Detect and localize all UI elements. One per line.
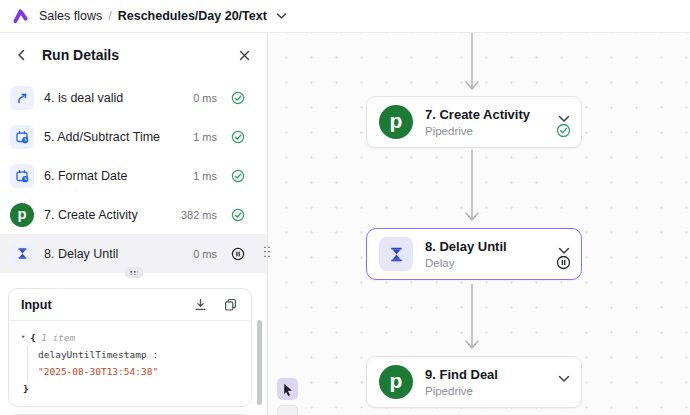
relay-logo-icon[interactable] bbox=[12, 8, 29, 25]
input-card: Input ▾ { 1 item delayUntilTimestamp : "… bbox=[8, 288, 252, 407]
input-card-header: Input bbox=[9, 289, 251, 320]
node-find-deal[interactable]: p 9. Find Deal Pipedrive bbox=[366, 356, 582, 408]
input-card-title: Input bbox=[21, 298, 179, 312]
step-label: 7. Create Activity bbox=[44, 208, 171, 222]
chevron-down-icon[interactable] bbox=[276, 12, 287, 20]
copy-button[interactable] bbox=[222, 296, 239, 313]
step-row-create-activity[interactable]: p 7. Create Activity 382 ms bbox=[0, 195, 267, 234]
connector-arrow bbox=[463, 33, 481, 93]
breadcrumb-root[interactable]: Sales flows bbox=[39, 9, 102, 23]
step-duration: 1 ms bbox=[193, 131, 217, 143]
calendar-plus-icon bbox=[10, 125, 34, 149]
resize-handle[interactable] bbox=[124, 267, 143, 278]
hourglass-icon bbox=[379, 237, 413, 271]
hourglass-icon bbox=[10, 242, 34, 266]
step-duration: 1 ms bbox=[193, 170, 217, 182]
connector-arrow bbox=[463, 150, 481, 224]
json-key: delayUntilTimestamp : bbox=[38, 346, 239, 363]
pipedrive-icon: p bbox=[10, 203, 34, 227]
node-create-activity[interactable]: p 7. Create Activity Pipedrive bbox=[366, 96, 582, 148]
json-close-brace: } bbox=[21, 380, 239, 397]
step-label: 8. Delay Until bbox=[44, 247, 183, 261]
workflow-canvas[interactable]: p 7. Create Activity Pipedrive 8. Delay … bbox=[268, 33, 690, 415]
success-check-icon bbox=[231, 208, 245, 222]
chevron-down-icon[interactable] bbox=[558, 369, 570, 387]
back-button[interactable] bbox=[15, 47, 28, 63]
node-title: 7. Create Activity bbox=[425, 107, 569, 122]
connector-arrow bbox=[463, 284, 481, 352]
pipedrive-logo: p bbox=[379, 105, 413, 139]
toolbar-button-partial[interactable] bbox=[277, 405, 298, 415]
breadcrumb-separator: / bbox=[108, 9, 111, 23]
breadcrumb-current[interactable]: Reschedules/Day 20/Text bbox=[118, 9, 267, 23]
node-subtitle: Delay bbox=[425, 257, 569, 269]
pipedrive-logo: p bbox=[10, 203, 34, 227]
node-subtitle: Pipedrive bbox=[425, 385, 569, 397]
paused-icon bbox=[231, 247, 245, 261]
step-duration: 0 ms bbox=[193, 248, 217, 260]
run-details-panel: Run Details 4. is deal valid 0 ms 5. Add… bbox=[0, 33, 268, 415]
node-subtitle: Pipedrive bbox=[425, 125, 569, 137]
download-button[interactable] bbox=[192, 296, 209, 313]
calendar-plus-icon bbox=[10, 164, 34, 188]
scrollbar[interactable] bbox=[257, 320, 262, 405]
success-check-icon bbox=[231, 91, 245, 105]
success-check-icon bbox=[556, 123, 571, 138]
success-check-icon bbox=[231, 169, 245, 183]
step-list: 4. is deal valid 0 ms 5. Add/Subtract Ti… bbox=[0, 77, 267, 273]
close-button[interactable] bbox=[237, 48, 252, 63]
step-duration: 0 ms bbox=[193, 92, 217, 104]
node-title: 9. Find Deal bbox=[425, 367, 569, 382]
top-bar: Sales flows / Reschedules/Day 20/Text bbox=[0, 0, 690, 33]
step-label: 6. Format Date bbox=[44, 169, 183, 183]
panel-divider bbox=[0, 273, 267, 286]
step-label: 5. Add/Subtract Time bbox=[44, 130, 183, 144]
json-open-brace: { bbox=[30, 329, 36, 346]
step-row-add-subtract-time[interactable]: 5. Add/Subtract Time 1 ms bbox=[0, 117, 267, 156]
success-check-icon bbox=[231, 130, 245, 144]
json-viewer: ▾ { 1 item delayUntilTimestamp : "2025-0… bbox=[9, 320, 251, 406]
step-row-format-date[interactable]: 6. Format Date 1 ms bbox=[0, 156, 267, 195]
branch-icon bbox=[10, 86, 34, 110]
json-expander[interactable]: ▾ bbox=[21, 329, 25, 346]
run-details-header: Run Details bbox=[0, 33, 267, 77]
panel-title: Run Details bbox=[42, 47, 237, 63]
io-section: Input ▾ { 1 item delayUntilTimestamp : "… bbox=[0, 288, 267, 408]
node-title: 8. Delay Until bbox=[425, 239, 569, 254]
panel-resize-grip[interactable] bbox=[263, 245, 271, 260]
json-item-count: 1 item bbox=[41, 329, 75, 346]
pipedrive-logo: p bbox=[379, 365, 413, 399]
node-delay-until[interactable]: 8. Delay Until Delay bbox=[366, 228, 582, 280]
json-value: "2025-08-30T13:54:38" bbox=[38, 363, 239, 380]
select-tool-button[interactable] bbox=[277, 378, 298, 400]
step-row-is-deal-valid[interactable]: 4. is deal valid 0 ms bbox=[0, 78, 267, 117]
paused-icon bbox=[556, 255, 571, 270]
step-duration: 382 ms bbox=[181, 209, 217, 221]
step-label: 4. is deal valid bbox=[44, 91, 183, 105]
cursor-icon bbox=[282, 383, 294, 396]
